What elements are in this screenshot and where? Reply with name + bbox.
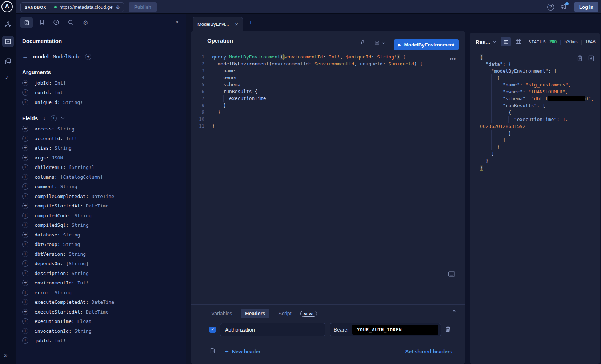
preflight-script-icon[interactable]: [209, 348, 216, 356]
add-to-query-icon[interactable]: +: [22, 126, 28, 132]
schema-field-row[interactable]: +childrenL1:[String!]: [22, 163, 179, 173]
add-to-query-icon[interactable]: +: [22, 309, 28, 315]
field-type-link[interactable]: String: [72, 222, 89, 228]
schema-field-row[interactable]: +executeCompletedAt:DateTime: [22, 298, 179, 307]
field-name[interactable]: database:: [35, 232, 60, 238]
schema-field-row[interactable]: +access:String: [22, 124, 179, 134]
field-name[interactable]: columns:: [35, 174, 57, 180]
schema-field-row[interactable]: +jobId:Int!: [22, 78, 179, 88]
field-name[interactable]: compiledCode:: [35, 213, 72, 218]
field-name[interactable]: jobId:: [35, 80, 52, 86]
sort-fields-icon[interactable]: ↓: [43, 115, 45, 121]
add-to-query-icon[interactable]: +: [22, 99, 28, 105]
add-to-query-icon[interactable]: +: [22, 318, 28, 324]
run-operation-button[interactable]: ▶ ModelByEnvironment: [394, 39, 459, 50]
field-name[interactable]: alias:: [35, 145, 52, 151]
field-name[interactable]: dependsOn:: [35, 261, 63, 266]
schema-field-row[interactable]: +compiledCode:String: [22, 211, 179, 221]
schema-field-row[interactable]: +error:String: [22, 288, 179, 298]
field-name[interactable]: access:: [35, 126, 55, 132]
schema-field-row[interactable]: +compileStartedAt:DateTime: [22, 201, 179, 211]
header-value-field[interactable]: Bearer YOUR_AUTH_TOKEN: [330, 323, 441, 336]
field-type-link[interactable]: String: [75, 213, 92, 218]
announcements-megaphone-icon[interactable]: [560, 3, 568, 11]
header-enabled-checkbox[interactable]: ✓: [209, 327, 216, 333]
add-to-query-icon[interactable]: +: [22, 213, 28, 219]
publish-button[interactable]: Publish: [129, 2, 157, 12]
add-to-query-icon[interactable]: +: [22, 241, 28, 247]
help-icon[interactable]: ?: [547, 4, 554, 11]
tab-headers[interactable]: Headers: [241, 309, 269, 318]
schema-field-row[interactable]: +compileCompletedAt:DateTime: [22, 191, 179, 201]
new-header-button[interactable]: + New header: [225, 348, 261, 355]
field-name[interactable]: executionTime:: [35, 319, 75, 324]
field-name[interactable]: runId:: [35, 90, 52, 95]
field-type-link[interactable]: [String!]: [69, 165, 94, 170]
field-name[interactable]: compileCompletedAt:: [35, 194, 89, 199]
add-to-query-icon[interactable]: +: [22, 260, 28, 267]
explorer-settings-gear-icon[interactable]: ⚙: [83, 19, 88, 26]
documentation-tab-icon[interactable]: [20, 17, 33, 28]
login-button[interactable]: Log in: [574, 2, 598, 12]
new-tab-icon[interactable]: +: [249, 19, 253, 27]
schema-field-row[interactable]: +description:String: [22, 268, 179, 278]
collapse-bottom-panel-icon[interactable]: [453, 310, 455, 313]
field-type-link[interactable]: String: [57, 126, 75, 132]
search-icon[interactable]: [68, 19, 74, 27]
endpoint-url-box[interactable]: https://metadata.cloud.get ⚙: [51, 3, 124, 12]
response-title[interactable]: Res...: [476, 39, 490, 45]
field-type-link[interactable]: String: [72, 271, 89, 276]
schema-field-row[interactable]: +comment:String: [22, 182, 179, 192]
schema-field-row[interactable]: +compiledSql:String: [22, 221, 179, 230]
tab-script[interactable]: Script: [275, 309, 296, 318]
field-name[interactable]: accountId:: [35, 136, 63, 141]
table-view-toggle-icon[interactable]: [516, 39, 521, 45]
schema-field-row[interactable]: +runId:Int: [22, 88, 179, 98]
add-to-query-icon[interactable]: +: [22, 89, 28, 96]
add-to-query-icon[interactable]: +: [22, 270, 28, 276]
add-to-query-icon[interactable]: +: [22, 193, 28, 199]
add-all-fields-icon[interactable]: +: [51, 115, 57, 121]
schema-field-row[interactable]: +invocationId:String: [22, 326, 179, 336]
expand-rail-icon[interactable]: »: [4, 352, 7, 359]
field-name[interactable]: dbtGroup:: [35, 242, 60, 247]
operation-tab[interactable]: ModelByEnvi... ×: [193, 17, 243, 31]
field-name[interactable]: jobId:: [35, 338, 52, 343]
add-to-query-icon[interactable]: +: [22, 203, 28, 209]
schema-field-row[interactable]: +args:JSON: [22, 153, 179, 163]
operation-tab-title[interactable]: ModelByEnvi...: [197, 21, 232, 27]
schema-field-row[interactable]: +executeStartedAt:DateTime: [22, 307, 179, 317]
add-to-query-icon[interactable]: +: [22, 222, 28, 228]
header-name-input[interactable]: [220, 323, 325, 336]
schema-field-row[interactable]: +columns:[CatalogColumn]: [22, 172, 179, 182]
keyboard-shortcuts-icon[interactable]: [448, 271, 455, 278]
tab-variables[interactable]: Variables: [207, 309, 236, 318]
field-name[interactable]: description:: [35, 271, 69, 276]
raw-view-toggle-icon[interactable]: [501, 37, 511, 46]
history-icon[interactable]: [53, 19, 59, 27]
add-to-query-icon[interactable]: +: [22, 251, 28, 257]
field-type-link[interactable]: DateTime: [92, 194, 115, 199]
field-type-link[interactable]: [String]: [66, 261, 89, 266]
graphql-editor[interactable]: 1query ModelByEnvironment($environmentId…: [191, 53, 451, 129]
collapse-panel-icon[interactable]: «: [176, 18, 179, 25]
field-type-link[interactable]: String: [60, 184, 77, 189]
add-to-query-icon[interactable]: +: [22, 290, 28, 296]
field-type-link[interactable]: DateTime: [86, 203, 109, 209]
field-type-link[interactable]: String: [63, 242, 80, 247]
schema-field-row[interactable]: +environmentId:Int!: [22, 278, 179, 288]
set-shared-headers-link[interactable]: Set shared headers: [405, 349, 452, 355]
field-type-link[interactable]: Int!: [55, 338, 66, 343]
response-dropdown-chevron-icon[interactable]: [493, 40, 496, 43]
field-name[interactable]: executeCompletedAt:: [35, 299, 89, 305]
add-to-query-icon[interactable]: +: [22, 136, 28, 142]
close-tab-icon[interactable]: ×: [235, 21, 238, 27]
field-type-link[interactable]: DateTime: [92, 299, 115, 305]
field-name[interactable]: args:: [35, 155, 49, 161]
checks-icon[interactable]: ✓: [5, 74, 9, 81]
field-type-link[interactable]: String: [55, 145, 72, 151]
schema-field-row[interactable]: +dependsOn:[String]: [22, 259, 179, 269]
endpoint-url[interactable]: https://metadata.cloud.get: [60, 4, 113, 10]
schema-field-row[interactable]: +accountId:Int!: [22, 134, 179, 143]
field-type-link[interactable]: Int: [55, 90, 63, 95]
